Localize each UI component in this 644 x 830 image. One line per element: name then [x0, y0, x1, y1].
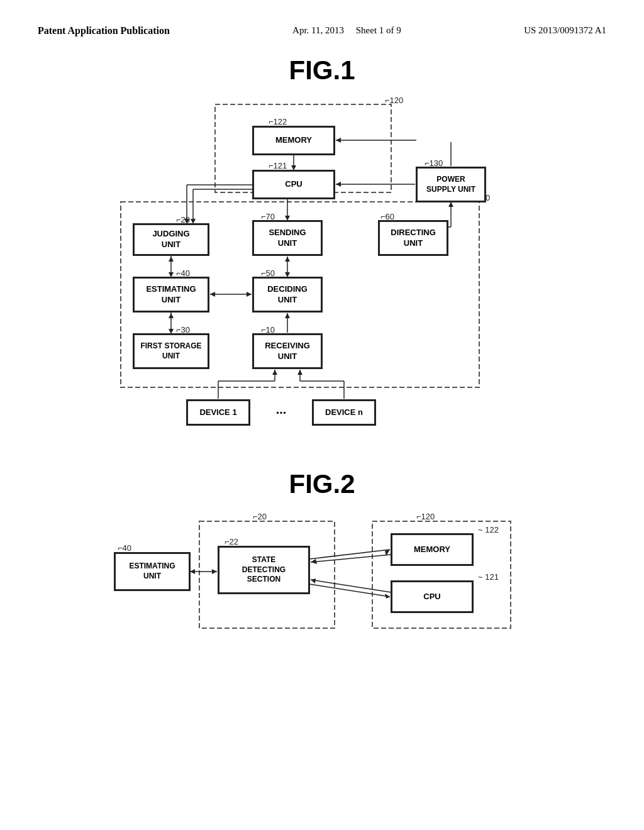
- svg-text:⌐22: ⌐22: [225, 537, 238, 546]
- estimating-unit-box: ESTIMATING UNIT: [133, 277, 209, 312]
- svg-marker-40: [285, 257, 290, 262]
- svg-line-81: [311, 580, 391, 592]
- svg-marker-31: [169, 272, 174, 277]
- svg-marker-74: [190, 569, 195, 574]
- fig2-cpu-box: CPU: [391, 581, 473, 612]
- header-left: Patent Application Publication: [38, 25, 170, 36]
- svg-text:⌐120: ⌐120: [416, 512, 435, 521]
- deciding-unit-box: DECIDING UNIT: [253, 277, 322, 312]
- svg-marker-73: [212, 569, 217, 574]
- header-right: US 2013/0091372 A1: [524, 25, 606, 36]
- svg-text:⌐50: ⌐50: [261, 268, 275, 278]
- svg-marker-76: [385, 550, 390, 556]
- svg-line-75: [309, 550, 390, 559]
- svg-marker-29: [448, 202, 453, 207]
- svg-marker-41: [285, 272, 290, 277]
- cpu-box: CPU: [253, 170, 335, 199]
- fig2-title: FIG.2: [0, 469, 644, 499]
- devicen-box: DEVICE n: [313, 400, 375, 425]
- memory-box: MEMORY: [253, 126, 335, 155]
- first-storage-box: FIRST STORAGE UNIT: [133, 334, 209, 368]
- fig1-diagram: ⌐120 ⌐122 ⌐121 ⌐130 ⌐100 ⌐20 ⌐70 ⌐60 ⌐40…: [77, 92, 567, 450]
- svg-marker-37: [247, 292, 252, 297]
- receiving-unit-box: RECEIVING UNIT: [253, 334, 322, 368]
- header-date: Apr. 11, 2013: [292, 25, 344, 35]
- dots-label: ···: [256, 400, 306, 425]
- page-header: Patent Application Publication Apr. 11, …: [0, 0, 644, 43]
- svg-marker-18: [184, 219, 189, 224]
- svg-text:⌐121: ⌐121: [269, 161, 287, 170]
- svg-text:~ 122: ~ 122: [478, 525, 499, 534]
- svg-marker-25: [336, 182, 341, 187]
- fig1-title: FIG.1: [0, 55, 644, 86]
- svg-text:⌐40: ⌐40: [176, 268, 190, 278]
- svg-marker-53: [336, 138, 341, 143]
- svg-text:~ 121: ~ 121: [478, 572, 499, 582]
- svg-marker-47: [272, 370, 277, 375]
- svg-marker-82: [311, 578, 316, 584]
- svg-marker-80: [385, 594, 390, 599]
- svg-line-79: [309, 584, 390, 597]
- svg-text:⌐70: ⌐70: [261, 212, 275, 221]
- svg-marker-21: [191, 219, 196, 224]
- svg-text:⌐20: ⌐20: [253, 512, 267, 521]
- svg-marker-23: [285, 216, 290, 221]
- svg-text:⌐30: ⌐30: [176, 325, 190, 335]
- svg-text:⌐60: ⌐60: [380, 212, 394, 221]
- svg-marker-15: [291, 165, 296, 170]
- fig2-estimating-box: ESTIMATING UNIT: [114, 553, 190, 590]
- svg-text:⌐122: ⌐122: [269, 117, 287, 126]
- svg-marker-35: [169, 313, 174, 318]
- device1-box: DEVICE 1: [187, 400, 250, 425]
- svg-text:⌐130: ⌐130: [425, 158, 443, 168]
- svg-text:⌐120: ⌐120: [385, 96, 403, 105]
- svg-marker-32: [169, 257, 174, 262]
- svg-line-77: [311, 555, 391, 562]
- judging-unit-box: JUDGING UNIT: [133, 224, 209, 255]
- fig2-state-detecting-box: STATE DETECTING SECTION: [218, 546, 309, 594]
- power-supply-box: POWER SUPPLY UNIT: [416, 167, 486, 202]
- svg-text:⌐20: ⌐20: [176, 215, 190, 224]
- fig2-memory-box: MEMORY: [391, 534, 473, 565]
- header-center: Apr. 11, 2013 Sheet 1 of 9: [292, 25, 401, 36]
- fig2-section: FIG.2: [0, 469, 644, 644]
- fig2-diagram: ⌐20 ⌐120 ⌐22 ⌐40 ~ 122 ~ 121 ESTIMATING …: [102, 506, 542, 644]
- svg-marker-43: [285, 313, 290, 318]
- sending-unit-box: SENDING UNIT: [253, 221, 322, 255]
- svg-text:⌐10: ⌐10: [261, 325, 275, 335]
- header-sheet: Sheet 1 of 9: [356, 25, 401, 35]
- svg-marker-51: [297, 370, 303, 375]
- svg-text:⌐40: ⌐40: [118, 543, 131, 553]
- svg-marker-78: [311, 559, 317, 564]
- svg-marker-38: [210, 292, 215, 297]
- directing-unit-box: DIRECTING UNIT: [379, 221, 448, 255]
- svg-marker-34: [169, 329, 174, 334]
